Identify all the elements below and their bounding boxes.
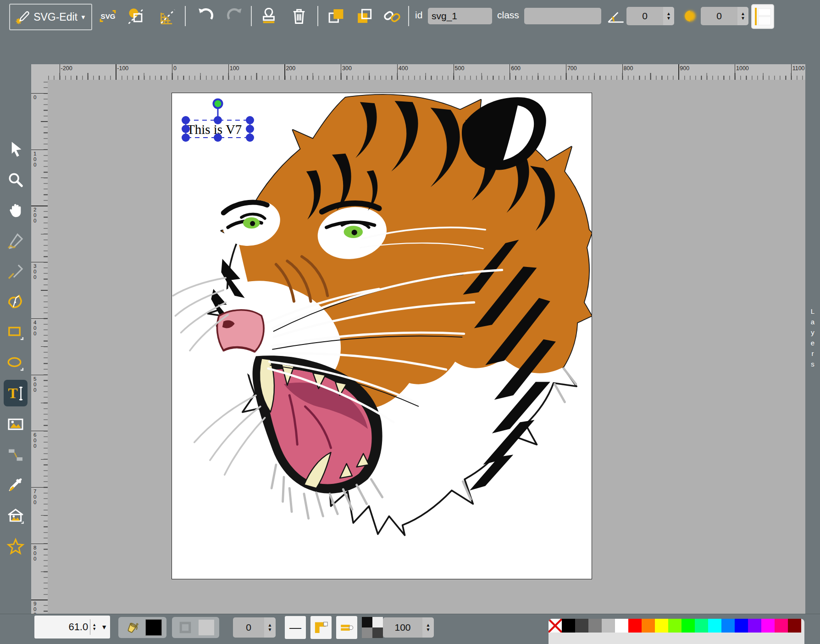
resize-handle-w[interactable] (182, 125, 190, 133)
tool-pencil[interactable] (5, 230, 27, 252)
blur-spinner[interactable]: ▲▼ (701, 7, 748, 25)
resize-handle-sw[interactable] (182, 133, 190, 142)
svg-edit-window: SVG-Edit ▼ SVG (0, 0, 820, 644)
fill-color-control[interactable] (118, 617, 166, 638)
document-properties-button[interactable] (125, 6, 147, 26)
h-ruler-tick (566, 64, 566, 80)
linecap-button[interactable] (336, 616, 357, 639)
palette-color-none[interactable] (549, 619, 562, 633)
resize-handle-e[interactable] (246, 125, 254, 133)
layers-panel-toggle[interactable]: Layers (805, 64, 820, 614)
tiger-artwork[interactable] (172, 93, 592, 579)
resize-handle-n[interactable] (214, 116, 222, 124)
svg-source-button[interactable]: SVG (98, 6, 118, 26)
palette-color-7f0000[interactable] (788, 619, 801, 633)
tool-zoom[interactable] (5, 169, 27, 191)
zoom-divider (90, 619, 90, 635)
clone-stamp-button[interactable] (258, 5, 280, 27)
tool-image[interactable] (5, 413, 27, 435)
h-ruler-tick (678, 64, 679, 80)
resize-handle-se[interactable] (246, 133, 254, 142)
main-menu-button[interactable]: SVG-Edit ▼ (9, 4, 92, 30)
tool-rect[interactable] (5, 322, 27, 344)
palette-color-00ffff[interactable] (708, 619, 721, 633)
stroke-color-swatch[interactable] (199, 620, 214, 635)
palette-color-ffffff[interactable] (615, 619, 628, 633)
svg-document[interactable]: This is V7 (172, 93, 592, 579)
blur-spin-buttons[interactable]: ▲▼ (737, 7, 748, 25)
palette-color-007fff[interactable] (721, 619, 735, 633)
palette-color-0000ff[interactable] (735, 619, 748, 633)
layers-panel-label: Layers (809, 307, 817, 371)
resize-handle-ne[interactable] (246, 116, 254, 124)
delete-button[interactable] (288, 5, 310, 27)
svg-text:T: T (8, 385, 17, 401)
tool-eyedropper[interactable] (5, 475, 27, 497)
undo-button[interactable] (194, 5, 216, 27)
palette-color-00ff7f[interactable] (695, 619, 708, 633)
tool-path[interactable] (5, 291, 27, 313)
palette-color-7f00ff[interactable] (748, 619, 761, 633)
stroke-color-control[interactable] (172, 617, 219, 638)
main-toolbar: SVG-Edit ▼ SVG (0, 0, 820, 32)
angle-spinner[interactable]: ▲▼ (626, 7, 674, 25)
selection-overlay (172, 93, 291, 153)
opacity-input[interactable] (383, 617, 422, 638)
v-ruler-label: 9 0 0 (33, 601, 36, 614)
palette-color-ff007f[interactable] (775, 619, 788, 633)
tool-text[interactable]: T (4, 380, 28, 406)
redo-button[interactable] (224, 5, 246, 27)
move-to-bottom-button[interactable] (354, 5, 376, 27)
resize-handle-s[interactable] (214, 133, 222, 142)
h-ruler-label: 900 (680, 65, 689, 72)
palette-color-ffff00[interactable] (655, 619, 668, 633)
tool-shape-library[interactable] (5, 505, 27, 527)
palette-color-ff7f00[interactable] (642, 619, 655, 633)
opacity-spinner[interactable]: ▲▼ (383, 617, 434, 638)
opacity-spin-buttons[interactable]: ▲▼ (422, 617, 434, 638)
h-ruler-label: 500 (455, 65, 465, 72)
zoom-spin-buttons[interactable]: ▲▼ (92, 623, 96, 631)
move-to-top-button[interactable] (325, 5, 347, 27)
palette-color-ff00ff[interactable] (761, 619, 775, 633)
link-button[interactable] (381, 5, 403, 27)
blur-icon (680, 6, 700, 26)
stroke-width-spin-buttons[interactable]: ▲▼ (264, 617, 276, 638)
panel-swatch-button[interactable] (752, 5, 773, 28)
line-style-button[interactable]: — (285, 616, 306, 639)
rotate-handle[interactable] (214, 100, 222, 108)
palette-color-ff0000[interactable] (628, 619, 642, 633)
stroke-width-input[interactable] (233, 617, 264, 638)
class-input[interactable] (524, 8, 601, 24)
h-ruler-label: 0 (173, 65, 177, 72)
palette-color-000000[interactable] (562, 619, 575, 633)
h-ruler-label: 200 (286, 65, 295, 72)
tool-line[interactable] (5, 261, 27, 283)
palette-color-00ff00[interactable] (681, 619, 695, 633)
v-ruler-minor-ticks (44, 80, 48, 614)
palette-color-7f7f7f[interactable] (588, 619, 602, 633)
palette-color-7fff00[interactable] (668, 619, 681, 633)
tool-pan[interactable] (5, 200, 27, 222)
resize-handle-nw[interactable] (182, 116, 190, 124)
zoom-dropdown-icon[interactable]: ▼ (101, 623, 107, 631)
fill-color-swatch[interactable] (146, 620, 161, 635)
zoom-control[interactable]: 61.0 ▲▼ ▼ (34, 616, 110, 638)
linejoin-button[interactable] (310, 616, 332, 639)
tool-ellipse[interactable] (5, 352, 27, 374)
tool-select[interactable] (5, 138, 27, 160)
palette-color-bfbfbf[interactable] (602, 619, 615, 633)
angle-spin-buttons[interactable]: ▲▼ (663, 7, 674, 25)
tool-star[interactable] (5, 536, 27, 558)
stroke-width-spinner[interactable]: ▲▼ (233, 617, 276, 638)
palette-color-3f3f3f[interactable] (575, 619, 588, 633)
blur-input[interactable] (701, 7, 737, 25)
canvas-viewport[interactable]: This is V7 (48, 80, 805, 614)
grid-settings-button[interactable] (157, 6, 179, 26)
angle-input[interactable] (626, 7, 663, 25)
h-ruler-tick (172, 64, 172, 80)
v-ruler-tick (31, 600, 48, 600)
id-input[interactable] (428, 8, 492, 24)
tool-connector[interactable] (5, 444, 27, 466)
v-ruler-label: 5 0 0 (33, 376, 36, 393)
